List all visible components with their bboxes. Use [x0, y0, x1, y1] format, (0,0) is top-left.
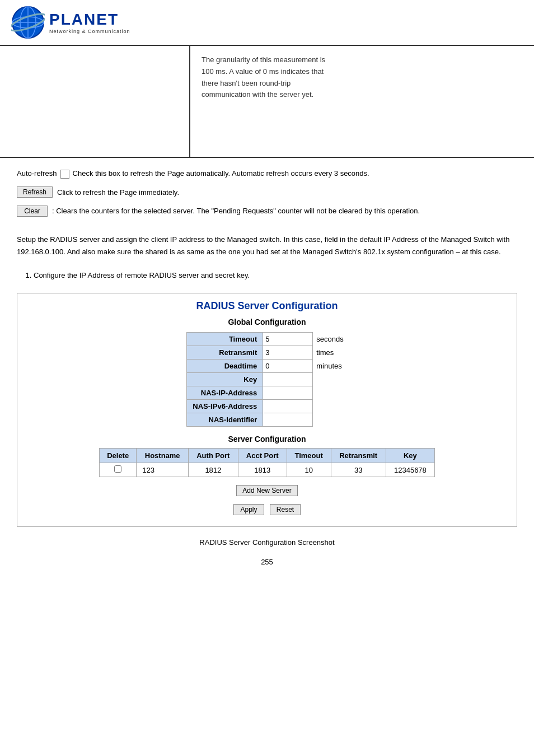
- header: PLANET Networking & Communication: [0, 0, 534, 46]
- auto-refresh-checkbox[interactable]: [60, 170, 69, 179]
- info-line1: The granularity of this measurement is: [202, 54, 523, 66]
- reset-button[interactable]: Reset: [270, 504, 301, 515]
- refresh-section: Refresh Click to refresh the Page immedi…: [17, 186, 517, 198]
- clear-description: : Clears the counters for the selected s…: [52, 206, 420, 217]
- auto-refresh-label: Auto-refresh: [17, 169, 57, 178]
- screenshot-caption: RADIUS Server Configuration Screenshot: [17, 538, 517, 547]
- logo-subtitle-label: Networking & Communication: [49, 29, 130, 34]
- server-col-key: Key: [386, 449, 434, 463]
- server-col-timeout: Timeout: [287, 449, 331, 463]
- table-row: 12318121813103312345678: [100, 463, 435, 477]
- numbered-list: Configure the IP Address of remote RADIU…: [17, 269, 517, 282]
- server-col-delete: Delete: [100, 449, 137, 463]
- page-content: Auto-refresh Check this box to refresh t…: [0, 158, 534, 589]
- radius-config-box: RADIUS Server Configuration Global Confi…: [17, 293, 517, 527]
- logo: PLANET Networking & Communication: [11, 6, 130, 39]
- global-config-title: Global Configuration: [17, 315, 517, 332]
- add-server-row: Add New Server: [17, 485, 517, 496]
- setup-description: Setup the RADIUS server and assign the c…: [17, 234, 517, 258]
- clear-section: Clear : Clears the counters for the sele…: [17, 206, 517, 217]
- global-config-table: TimeoutsecondsRetransmittimesDeadtimemin…: [186, 332, 347, 427]
- page-number-text: 255: [261, 558, 273, 566]
- caption-text: RADIUS Server Configuration Screenshot: [199, 538, 334, 547]
- apply-button[interactable]: Apply: [233, 504, 264, 515]
- refresh-button[interactable]: Refresh: [17, 186, 53, 198]
- server-col-acct-port: Acct Port: [238, 449, 287, 463]
- list-item-text: Configure the IP Address of remote RADIU…: [34, 271, 250, 279]
- setup-description-text: Setup the RADIUS server and assign the c…: [17, 235, 509, 256]
- info-line2: 100 ms. A value of 0 ms indicates that: [202, 66, 523, 78]
- page-number: 255: [17, 558, 517, 566]
- auto-refresh-section: Auto-refresh Check this box to refresh t…: [17, 169, 517, 179]
- planet-logo-icon: [11, 6, 45, 39]
- auto-refresh-description: Check this box to refresh the Page autom…: [73, 169, 369, 178]
- logo-text: PLANET Networking & Communication: [49, 11, 130, 34]
- action-btn-row: Apply Reset: [17, 504, 517, 515]
- server-col-retransmit: Retransmit: [331, 449, 386, 463]
- radius-config-title: RADIUS Server Configuration: [17, 293, 517, 315]
- info-column: The granularity of this measurement is 1…: [190, 46, 534, 158]
- server-config-table: DeleteHostnameAuth PortAcct PortTimeoutR…: [99, 448, 435, 477]
- delete-checkbox[interactable]: [114, 465, 121, 473]
- info-line4: communication with the server yet.: [202, 89, 523, 101]
- list-item: Configure the IP Address of remote RADIU…: [34, 269, 517, 282]
- add-new-server-button[interactable]: Add New Server: [236, 485, 297, 496]
- server-col-auth-port: Auth Port: [189, 449, 238, 463]
- main-layout: The granularity of this measurement is 1…: [0, 46, 534, 158]
- server-config-title: Server Configuration: [17, 427, 517, 448]
- logo-planet-label: PLANET: [49, 11, 130, 29]
- sidebar-column: [0, 46, 190, 158]
- refresh-description: Click to refresh the Page immediately.: [57, 188, 179, 197]
- server-col-hostname: Hostname: [137, 449, 189, 463]
- info-line3: there hasn't been round-trip: [202, 78, 523, 90]
- clear-button[interactable]: Clear: [17, 206, 48, 217]
